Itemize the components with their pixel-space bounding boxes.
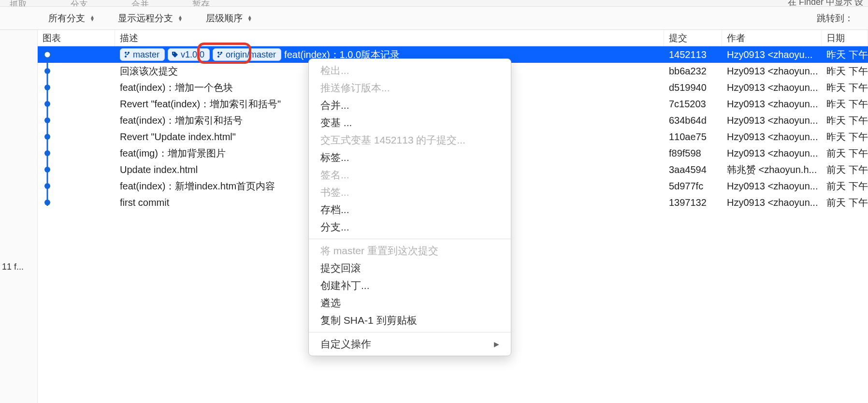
cell-author: 韩兆赟 <zhaoyun.h... [722, 161, 822, 178]
cell-commit: 1452113 [664, 46, 722, 63]
cell-date: 昨天 下午 [822, 63, 868, 79]
filter-all-branches[interactable]: 所有分支 [48, 12, 95, 25]
menu-item[interactable]: 遴选 [309, 294, 511, 312]
cell-graph [38, 79, 115, 96]
col-header-date[interactable]: 日期 [822, 30, 868, 46]
menu-item[interactable]: 创建补丁... [309, 277, 511, 294]
filter-bar: 所有分支 显示远程分支 层级顺序 跳转到： [0, 7, 868, 30]
menu-item[interactable]: 复制 SHA-1 到剪贴板 [309, 312, 511, 329]
cell-commit: 5d977fc [664, 178, 722, 194]
cell-graph [38, 145, 115, 161]
cell-author: Hzy0913 <zhaoyun... [722, 96, 822, 112]
table-header: 图表 描述 提交 作者 日期 [38, 30, 868, 46]
branch-pill-origin-master[interactable]: origin/master [213, 48, 281, 61]
col-header-desc[interactable]: 描述 [115, 30, 664, 46]
menu-item: 交互式变基 1452113 的子提交... [309, 131, 511, 149]
tag-pill[interactable]: v1.0.0 [168, 48, 210, 61]
menu-item: 书签... [309, 184, 511, 201]
cell-date: 昨天 下午 [822, 46, 868, 63]
cell-commit: f89f598 [664, 145, 722, 161]
cell-author: Hzy0913 <zhaoyun... [722, 63, 822, 79]
cell-author: Hzy0913 <zhaoyun... [722, 194, 822, 211]
cell-graph [38, 112, 115, 129]
menu-item[interactable]: 存档... [309, 201, 511, 218]
cell-date: 昨天 下午 [822, 112, 868, 129]
cell-graph [38, 129, 115, 145]
menu-item: 签名... [309, 166, 511, 184]
toolbar-branch[interactable]: 分支 [71, 0, 88, 7]
context-menu[interactable]: 检出...推送修订版本...合并...变基 ...交互式变基 1452113 的… [308, 58, 511, 356]
cell-date: 前天 下午 [822, 145, 868, 161]
menu-item[interactable]: 自定义操作 [309, 335, 511, 353]
menu-item[interactable]: 变基 ... [309, 114, 511, 131]
cell-commit: d519940 [664, 79, 722, 96]
filter-show-remote[interactable]: 显示远程分支 [118, 12, 183, 25]
jump-to-label: 跳转到： [817, 12, 854, 25]
cell-date: 前天 下午 [822, 161, 868, 178]
branch-pill-master[interactable]: master [120, 48, 165, 61]
cell-author: Hzy0913 <zhaoyun... [722, 178, 822, 194]
cell-date: 昨天 下午 [822, 129, 868, 145]
menu-item[interactable]: 标签... [309, 149, 511, 166]
cell-commit: 1397132 [664, 194, 722, 211]
menu-item[interactable]: 合并... [309, 97, 511, 114]
cell-graph [38, 178, 115, 194]
menu-item[interactable]: 分支... [309, 218, 511, 236]
cell-date: 昨天 下午 [822, 79, 868, 96]
menu-item[interactable]: 提交回滚 [309, 259, 511, 277]
toolbar-fetch[interactable]: 抓取 [10, 0, 27, 7]
menu-item: 将 master 重置到这次提交 [309, 242, 511, 259]
filter-order-label: 层级顺序 [206, 12, 243, 25]
cell-author: Hzy0913 <zhaoyun... [722, 129, 822, 145]
cell-commit: 110ae75 [664, 129, 722, 145]
filter-all-branches-label: 所有分支 [48, 12, 85, 25]
filter-show-remote-label: 显示远程分支 [118, 12, 173, 25]
menu-item: 检出... [309, 62, 511, 79]
cell-commit: 634b64d [664, 112, 722, 129]
cell-author: Hzy0913 <zhaoyun... [722, 79, 822, 96]
cell-author: Hzy0913 <zhaoyun... [722, 112, 822, 129]
sidebar: 11 f... [0, 30, 38, 403]
cell-commit: bb6a232 [664, 63, 722, 79]
cell-graph [38, 63, 115, 79]
col-header-graph[interactable]: 图表 [38, 30, 115, 46]
cell-date: 昨天 下午 [822, 96, 868, 112]
cell-date: 前天 下午 [822, 194, 868, 211]
cell-author: Hzy0913 <zhaoyu... [722, 46, 822, 63]
cell-date: 前天 下午 [822, 178, 868, 194]
cell-graph [38, 46, 115, 63]
chevrons-icon [90, 15, 95, 21]
col-header-commit[interactable]: 提交 [664, 30, 722, 46]
menu-separator [309, 239, 511, 239]
filter-order[interactable]: 层级顺序 [206, 12, 252, 25]
chevrons-icon [247, 15, 252, 21]
cell-commit: 7c15203 [664, 96, 722, 112]
toolbar-stash[interactable]: 暂存 [192, 0, 210, 7]
sidebar-file-item[interactable]: 11 f... [2, 262, 37, 272]
cell-graph [38, 194, 115, 211]
menu-separator [309, 332, 511, 332]
chevrons-icon [178, 15, 183, 21]
top-toolbar: 抓取 分支 合并 暂存 在 Finder 中显示 设 [0, 0, 868, 7]
toolbar-merge[interactable]: 合并 [131, 0, 149, 7]
cell-commit: 3aa4594 [664, 161, 722, 178]
cell-graph [38, 161, 115, 178]
cell-graph [38, 96, 115, 112]
menu-item: 推送修订版本... [309, 79, 511, 97]
toolbar-finder[interactable]: 在 Finder 中显示 设 [788, 0, 863, 7]
col-header-author[interactable]: 作者 [722, 30, 822, 46]
cell-author: Hzy0913 <zhaoyun... [722, 145, 822, 161]
